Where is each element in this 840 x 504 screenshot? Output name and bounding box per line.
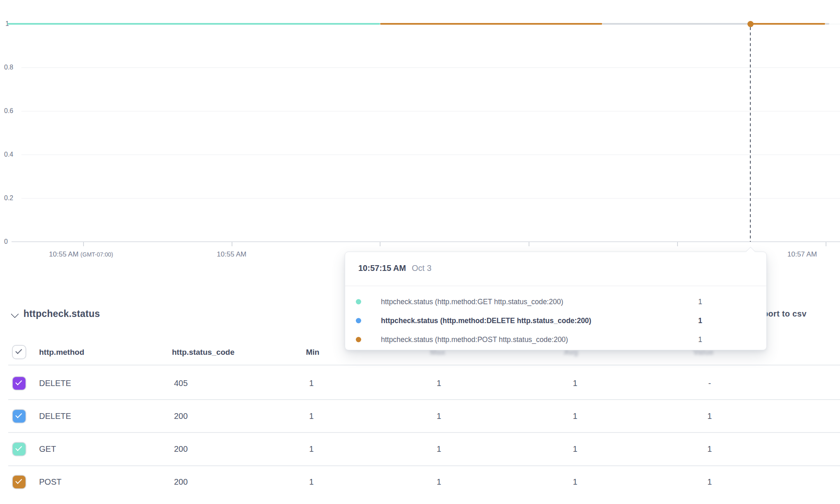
- cell-min: 1: [287, 412, 336, 421]
- x-axis-tick: [232, 242, 232, 246]
- series-color-dot: [356, 337, 361, 342]
- cell-max: 1: [414, 477, 464, 487]
- timeseries-chart[interactable]: 1 0.8 0.6 0.4 0.2 0 10:55 AM (GMT-07:00)…: [0, 0, 840, 263]
- cell-min: 1: [287, 379, 336, 388]
- x-axis-tick: [83, 242, 84, 246]
- y-axis-label: 0: [4, 238, 8, 245]
- series-checkbox[interactable]: [13, 443, 26, 455]
- check-icon: [15, 477, 22, 484]
- tooltip-series-row: httpcheck.status (http.method:GET http.s…: [345, 292, 766, 311]
- y-axis-label: 0.2: [4, 194, 13, 202]
- cell-value: 1: [685, 412, 734, 421]
- cell-value: 1: [685, 477, 734, 487]
- cell-status-code: 200: [174, 412, 188, 421]
- tooltip-series-row: httpcheck.status (http.method:POST http.…: [345, 330, 766, 349]
- row-divider: [8, 432, 840, 433]
- section-title[interactable]: httpcheck.status: [23, 308, 100, 319]
- line-segment-post-1: [380, 23, 602, 25]
- x-axis-tick: [529, 242, 529, 246]
- tooltip-series-label: httpcheck.status (http.method:GET http.s…: [381, 298, 563, 306]
- check-icon: [15, 444, 22, 451]
- gridline-0-8: [21, 67, 840, 68]
- x-axis-line: [12, 241, 840, 242]
- y-axis-label: 0.6: [4, 107, 13, 115]
- tooltip-series-label: httpcheck.status (http.method:DELETE htt…: [381, 317, 591, 325]
- line-segment-post-2: [750, 23, 825, 25]
- x-axis-label: 10:57 AM: [787, 250, 817, 259]
- header-divider: [8, 365, 840, 365]
- series-table: http.method http.status_code Min Max Avg…: [0, 337, 840, 504]
- hover-cursor-line: [750, 27, 751, 242]
- tooltip-series-value: 1: [693, 317, 708, 325]
- cell-avg: 1: [550, 379, 600, 388]
- column-header-status-code[interactable]: http.status_code: [172, 348, 234, 357]
- cell-method: POST: [39, 477, 61, 487]
- tooltip-series-value: 1: [693, 298, 708, 306]
- tooltip-divider: [345, 286, 766, 286]
- x-axis-label: 10:55 AM: [217, 250, 246, 259]
- line-segment-dimmed: [602, 23, 750, 25]
- cell-status-code: 405: [174, 379, 188, 388]
- row-divider: [8, 399, 840, 400]
- line-segment-get: [7, 23, 380, 25]
- cell-status-code: 200: [174, 444, 188, 454]
- y-axis-label: 0.8: [4, 64, 13, 71]
- hover-tooltip: 10:57:15 AMOct 3 httpcheck.status (http.…: [345, 252, 767, 350]
- cell-max: 1: [414, 412, 464, 421]
- cell-value: -: [685, 379, 734, 388]
- cell-avg: 1: [550, 477, 600, 487]
- x-axis-tick: [677, 242, 678, 246]
- x-axis-tick: [380, 242, 381, 246]
- select-all-checkbox[interactable]: [13, 346, 26, 358]
- cell-max: 1: [414, 444, 464, 454]
- series-color-dot: [356, 299, 361, 305]
- series-checkbox[interactable]: [13, 410, 26, 423]
- tooltip-series-value: 1: [693, 335, 708, 344]
- hover-point-marker: [747, 21, 754, 27]
- y-axis-label: 0.4: [4, 151, 13, 158]
- tooltip-series-label: httpcheck.status (http.method:POST http.…: [381, 335, 568, 344]
- series-checkbox[interactable]: [13, 476, 26, 488]
- cell-method: GET: [39, 444, 56, 454]
- cell-method: DELETE: [39, 379, 71, 388]
- tooltip-date: Oct 3: [412, 264, 432, 273]
- tooltip-time: 10:57:15 AM: [358, 264, 406, 273]
- gridline-0-6: [21, 111, 840, 111]
- check-icon: [15, 347, 22, 354]
- cell-min: 1: [287, 444, 336, 454]
- column-header-method[interactable]: http.method: [39, 348, 84, 357]
- tooltip-series-row-highlighted: httpcheck.status (http.method:DELETE htt…: [345, 311, 766, 330]
- tooltip-header: 10:57:15 AMOct 3: [358, 264, 432, 273]
- cell-avg: 1: [550, 444, 600, 454]
- gridline-0-2: [21, 198, 840, 199]
- gmt-offset-label: (GMT-07:00): [81, 251, 113, 258]
- cell-value: 1: [685, 444, 734, 454]
- x-axis-tick: [826, 242, 826, 246]
- column-header-min[interactable]: Min: [288, 348, 337, 357]
- chevron-down-icon[interactable]: [11, 310, 19, 318]
- gridline-0-4: [21, 155, 840, 155]
- line-segment-dimmed-tail: [825, 23, 829, 25]
- check-icon: [15, 379, 22, 385]
- series-checkbox[interactable]: [13, 377, 26, 390]
- row-divider: [8, 465, 840, 466]
- cell-max: 1: [414, 379, 464, 388]
- check-icon: [15, 412, 22, 418]
- series-color-dot: [356, 318, 361, 324]
- cell-avg: 1: [550, 412, 600, 421]
- cell-min: 1: [287, 477, 336, 487]
- cell-status-code: 200: [174, 477, 188, 487]
- cell-method: DELETE: [39, 412, 71, 421]
- x-axis-label: 10:55 AM (GMT-07:00): [49, 250, 113, 259]
